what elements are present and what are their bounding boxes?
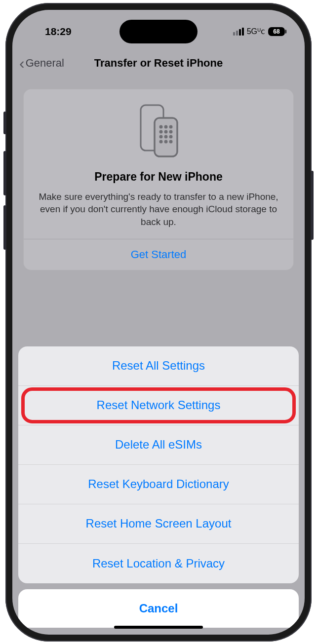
page-title: Transfer or Reset iPhone	[94, 57, 223, 70]
reset-network-settings-button[interactable]: Reset Network Settings	[18, 386, 299, 425]
delete-all-esims-button[interactable]: Delete All eSIMs	[18, 425, 299, 465]
sheet-item-label: Reset Keyboard Dictionary	[88, 477, 229, 491]
power-button	[311, 171, 314, 240]
screen: 18:29 5Gᵁᴄ 68 ‹ General Transfer or Rese…	[12, 10, 305, 635]
sheet-item-label: Reset All Settings	[112, 359, 205, 373]
mute-switch	[3, 112, 6, 134]
prepare-card-title: Prepare for New iPhone	[34, 170, 283, 184]
action-sheet-overlay: Reset Reset All Settings Reset Network S…	[12, 346, 305, 635]
volume-down-button	[3, 205, 6, 250]
reset-location-privacy-button[interactable]: Reset Location & Privacy	[18, 544, 299, 583]
phone-frame: 18:29 5Gᵁᴄ 68 ‹ General Transfer or Rese…	[5, 3, 312, 642]
svg-point-10	[165, 136, 167, 138]
cancel-button[interactable]: Cancel	[18, 589, 299, 628]
nav-bar: ‹ General Transfer or Reset iPhone	[12, 48, 305, 78]
action-sheet: Reset All Settings Reset Network Setting…	[18, 346, 299, 583]
sheet-item-label: Reset Location & Privacy	[92, 557, 225, 570]
volume-up-button	[3, 151, 6, 195]
get-started-button[interactable]: Get Started	[34, 239, 283, 270]
status-time: 18:29	[45, 26, 72, 38]
reset-keyboard-dictionary-button[interactable]: Reset Keyboard Dictionary	[18, 465, 299, 504]
svg-point-14	[170, 141, 172, 143]
svg-point-3	[160, 126, 162, 128]
prepare-card-description: Make sure everything's ready to transfer…	[34, 190, 283, 228]
battery-icon: 68	[268, 27, 285, 36]
cellular-signal-icon	[233, 28, 244, 36]
sheet-item-label: Reset Home Screen Layout	[86, 517, 232, 530]
sheet-item-label: Delete All eSIMs	[115, 438, 202, 452]
svg-point-12	[160, 141, 162, 143]
cancel-label: Cancel	[139, 602, 178, 615]
home-indicator[interactable]	[114, 626, 203, 629]
back-label: General	[26, 57, 64, 70]
reset-home-screen-layout-button[interactable]: Reset Home Screen Layout	[18, 504, 299, 544]
network-type: 5Gᵁᴄ	[247, 27, 265, 36]
prepare-card: Prepare for New iPhone Make sure everyth…	[23, 89, 294, 271]
back-button[interactable]: ‹ General	[19, 55, 64, 71]
status-indicators: 5Gᵁᴄ 68	[233, 27, 285, 36]
sheet-item-label: Reset Network Settings	[97, 398, 221, 412]
svg-point-13	[165, 141, 167, 143]
reset-all-settings-button[interactable]: Reset All Settings	[18, 346, 299, 386]
dynamic-island	[119, 20, 198, 43]
battery-level: 68	[273, 28, 279, 35]
svg-point-4	[165, 126, 167, 128]
svg-point-5	[170, 126, 172, 128]
svg-point-6	[160, 131, 162, 133]
chevron-left-icon: ‹	[19, 55, 25, 71]
svg-point-9	[160, 136, 162, 138]
svg-point-7	[165, 131, 167, 133]
content-area: Prepare for New iPhone Make sure everyth…	[12, 89, 305, 271]
svg-point-11	[170, 136, 172, 138]
transfer-phones-icon	[34, 101, 283, 160]
svg-point-8	[170, 131, 172, 133]
